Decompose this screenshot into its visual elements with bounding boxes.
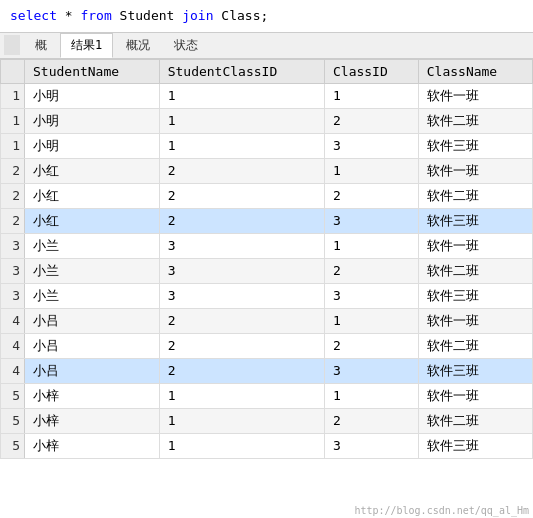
cell-studentname: 小明 <box>25 108 160 133</box>
table-row: 3小兰31软件一班 <box>1 233 533 258</box>
cell-classid: 2 <box>324 183 418 208</box>
cell-classid: 3 <box>324 358 418 383</box>
tab-result1[interactable]: 结果1 <box>60 33 113 58</box>
table-row: 4小吕23软件三班 <box>1 358 533 383</box>
cell-rownum: 3 <box>1 283 25 308</box>
cell-rownum: 4 <box>1 308 25 333</box>
cell-studentname: 小兰 <box>25 258 160 283</box>
cell-classname: 软件二班 <box>418 108 532 133</box>
cell-rownum: 2 <box>1 158 25 183</box>
sql-table2: Class; <box>221 8 268 23</box>
cell-studentclassid: 2 <box>159 183 324 208</box>
tab-icon-placeholder <box>4 35 20 55</box>
cell-studentname: 小红 <box>25 208 160 233</box>
cell-studentclassid: 1 <box>159 408 324 433</box>
keyword-from: from <box>80 8 111 23</box>
col-header-student-class-id: StudentClassID <box>159 59 324 83</box>
cell-rownum: 3 <box>1 233 25 258</box>
table-row: 3小兰33软件三班 <box>1 283 533 308</box>
cell-classid: 1 <box>324 83 418 108</box>
keyword-select: select <box>10 8 57 23</box>
cell-classname: 软件二班 <box>418 333 532 358</box>
cell-studentclassid: 1 <box>159 133 324 158</box>
cell-studentclassid: 1 <box>159 383 324 408</box>
cell-studentname: 小吕 <box>25 308 160 333</box>
cell-classname: 软件一班 <box>418 383 532 408</box>
cell-rownum: 2 <box>1 208 25 233</box>
result-tabs: 概 结果1 概况 状态 <box>0 33 533 59</box>
cell-classid: 2 <box>324 408 418 433</box>
keyword-join: join <box>182 8 213 23</box>
cell-rownum: 5 <box>1 408 25 433</box>
tab-status[interactable]: 状态 <box>163 33 209 58</box>
cell-studentname: 小兰 <box>25 233 160 258</box>
col-header-class-name: ClassName <box>418 59 532 83</box>
cell-classname: 软件三班 <box>418 133 532 158</box>
cell-rownum: 4 <box>1 358 25 383</box>
cell-rownum: 3 <box>1 258 25 283</box>
cell-classname: 软件一班 <box>418 83 532 108</box>
result-table-container[interactable]: StudentName StudentClassID ClassID Class… <box>0 59 533 501</box>
table-row: 5小梓12软件二班 <box>1 408 533 433</box>
tab-summary[interactable]: 概况 <box>115 33 161 58</box>
col-header-student-name: StudentName <box>25 59 160 83</box>
cell-rownum: 4 <box>1 333 25 358</box>
table-row: 3小兰32软件二班 <box>1 258 533 283</box>
col-header-rownum <box>1 59 25 83</box>
tab-overview-short[interactable]: 概 <box>24 33 58 58</box>
cell-studentclassid: 2 <box>159 358 324 383</box>
cell-rownum: 1 <box>1 133 25 158</box>
cell-studentname: 小兰 <box>25 283 160 308</box>
table-row: 1小明11软件一班 <box>1 83 533 108</box>
table-row: 4小吕22软件二班 <box>1 333 533 358</box>
cell-rownum: 2 <box>1 183 25 208</box>
cell-classname: 软件三班 <box>418 433 532 458</box>
cell-studentclassid: 2 <box>159 333 324 358</box>
col-header-class-id: ClassID <box>324 59 418 83</box>
cell-classid: 2 <box>324 108 418 133</box>
table-row: 1小明12软件二班 <box>1 108 533 133</box>
cell-classname: 软件一班 <box>418 233 532 258</box>
table-row: 1小明13软件三班 <box>1 133 533 158</box>
cell-rownum: 5 <box>1 383 25 408</box>
cell-studentname: 小梓 <box>25 383 160 408</box>
cell-studentclassid: 3 <box>159 233 324 258</box>
table-row: 2小红22软件二班 <box>1 183 533 208</box>
cell-studentname: 小红 <box>25 183 160 208</box>
cell-rownum: 5 <box>1 433 25 458</box>
cell-classname: 软件三班 <box>418 208 532 233</box>
cell-studentname: 小红 <box>25 158 160 183</box>
watermark: http://blog.csdn.net/qq_al_Hm <box>354 505 529 516</box>
cell-studentclassid: 1 <box>159 83 324 108</box>
cell-studentname: 小梓 <box>25 408 160 433</box>
table-row: 5小梓13软件三班 <box>1 433 533 458</box>
table-header: StudentName StudentClassID ClassID Class… <box>1 59 533 83</box>
table-row: 5小梓11软件一班 <box>1 383 533 408</box>
cell-studentname: 小吕 <box>25 333 160 358</box>
cell-studentclassid: 2 <box>159 308 324 333</box>
result-table: StudentName StudentClassID ClassID Class… <box>0 59 533 459</box>
cell-classname: 软件二班 <box>418 183 532 208</box>
cell-rownum: 1 <box>1 108 25 133</box>
cell-studentname: 小梓 <box>25 433 160 458</box>
cell-studentclassid: 2 <box>159 158 324 183</box>
table-row: 2小红21软件一班 <box>1 158 533 183</box>
cell-classid: 2 <box>324 258 418 283</box>
cell-studentclassid: 3 <box>159 258 324 283</box>
sql-table1: Student <box>120 8 183 23</box>
table-body: 1小明11软件一班1小明12软件二班1小明13软件三班2小红21软件一班2小红2… <box>1 83 533 458</box>
cell-classname: 软件二班 <box>418 258 532 283</box>
table-row: 2小红23软件三班 <box>1 208 533 233</box>
cell-classid: 3 <box>324 283 418 308</box>
cell-classid: 3 <box>324 208 418 233</box>
cell-studentname: 小明 <box>25 133 160 158</box>
cell-studentname: 小吕 <box>25 358 160 383</box>
cell-studentclassid: 1 <box>159 433 324 458</box>
cell-classname: 软件三班 <box>418 358 532 383</box>
cell-classid: 1 <box>324 308 418 333</box>
cell-classname: 软件一班 <box>418 158 532 183</box>
cell-classname: 软件三班 <box>418 283 532 308</box>
sql-star: * <box>65 8 81 23</box>
cell-rownum: 1 <box>1 83 25 108</box>
cell-classid: 3 <box>324 433 418 458</box>
